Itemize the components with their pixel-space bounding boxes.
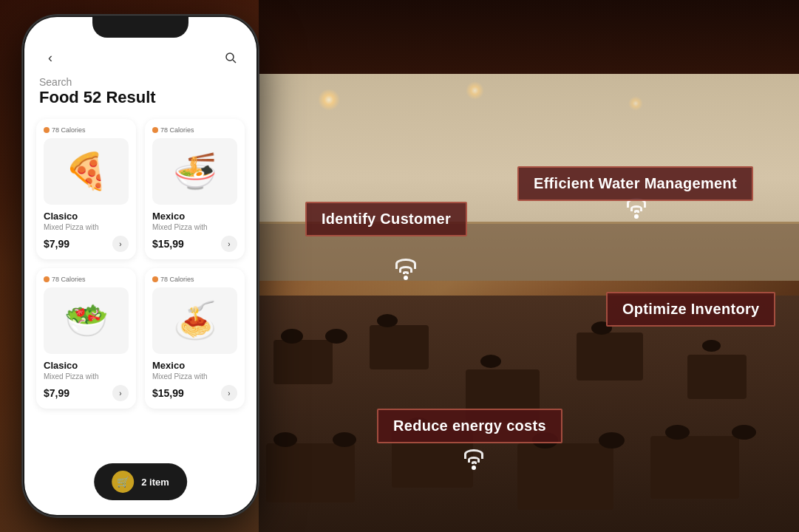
efficient-water-text: Efficient Water Management [534, 175, 737, 191]
svg-point-0 [226, 53, 234, 61]
label-identify-customer: Identify Customer [305, 202, 467, 236]
food-card-2[interactable]: 78 Calories 🍜 Mexico Mixed Pizza with $1… [145, 119, 245, 259]
food-price-row: $7,99 › [44, 236, 129, 252]
app-header[interactable]: ‹ [24, 47, 256, 76]
reduce-energy-text: Reduce energy costs [393, 417, 546, 434]
calorie-badge: 78 Calories [44, 276, 129, 283]
cart-bar[interactable]: 🛒 2 item [94, 463, 187, 500]
food-price: $7,99 [44, 387, 69, 399]
identify-customer-text: Identify Customer [322, 211, 451, 227]
phone-frame: ‹ Search Food 52 Result 78 Calories � [22, 15, 259, 517]
calorie-dot [44, 127, 50, 133]
phone-device: ‹ Search Food 52 Result 78 Calories � [22, 15, 259, 517]
arrow-button[interactable]: › [112, 385, 129, 401]
food-card-4[interactable]: 78 Calories 🍝 Mexico Mixed Pizza with $1… [145, 268, 245, 409]
food-desc: Mixed Pizza with [152, 223, 237, 231]
calorie-dot [44, 276, 50, 282]
calorie-badge: 78 Calories [44, 126, 129, 134]
arrow-button[interactable]: › [221, 385, 237, 401]
result-label: Food 52 Result [39, 88, 242, 107]
food-image: 🍕 [44, 138, 129, 205]
label-reduce-energy: Reduce energy costs [377, 409, 562, 443]
arrow-button[interactable]: › [221, 236, 237, 252]
food-price: $7,99 [44, 238, 69, 250]
food-grid: 78 Calories 🍕 Clasico Mixed Pizza with $… [24, 112, 256, 416]
label-optimize-inventory: Optimize Inventory [606, 292, 775, 327]
food-name: Clasico [44, 360, 129, 371]
cart-count: 2 item [141, 477, 169, 488]
wifi-icon-energy [464, 449, 483, 470]
food-price-row: $7,99 › [44, 385, 129, 401]
label-efficient-water: Efficient Water Management [517, 166, 753, 201]
search-icon [225, 52, 237, 64]
cart-icon: 🛒 [112, 471, 134, 493]
svg-line-1 [233, 60, 236, 63]
food-card-1[interactable]: 78 Calories 🍕 Clasico Mixed Pizza with $… [36, 119, 136, 259]
app-title-section: Search Food 52 Result [24, 76, 256, 112]
food-image: 🥗 [44, 287, 129, 354]
back-button[interactable]: ‹ [39, 47, 61, 69]
calorie-dot [152, 276, 158, 282]
food-price: $15,99 [152, 387, 184, 399]
wifi-icon-customer [395, 259, 416, 280]
phone-notch [92, 17, 188, 38]
food-desc: Mixed Pizza with [152, 372, 237, 381]
food-price-row: $15,99 › [152, 385, 237, 401]
calorie-text: 78 Calories [52, 126, 86, 134]
food-desc: Mixed Pizza with [44, 223, 129, 231]
calorie-badge: 78 Calories [152, 276, 237, 283]
optimize-inventory-text: Optimize Inventory [622, 301, 759, 317]
food-card-3[interactable]: 78 Calories 🥗 Clasico Mixed Pizza with $… [36, 268, 136, 409]
food-desc: Mixed Pizza with [44, 372, 129, 381]
calorie-text: 78 Calories [160, 126, 194, 134]
food-image: 🍝 [152, 287, 237, 354]
calorie-text: 78 Calories [160, 276, 194, 283]
search-button[interactable] [220, 47, 242, 69]
food-price: $15,99 [152, 238, 184, 250]
arrow-button[interactable]: › [112, 236, 129, 252]
food-name: Mexico [152, 211, 237, 222]
food-name: Clasico [44, 211, 129, 222]
calorie-badge: 78 Calories [152, 126, 237, 134]
food-price-row: $15,99 › [152, 236, 237, 252]
wifi-icon-water [627, 198, 646, 219]
food-image: 🍜 [152, 138, 237, 205]
food-name: Mexico [152, 360, 237, 371]
calorie-text: 78 Calories [52, 276, 86, 283]
search-label: Search [39, 76, 242, 88]
calorie-dot [152, 127, 158, 133]
phone-screen: ‹ Search Food 52 Result 78 Calories � [24, 17, 256, 515]
